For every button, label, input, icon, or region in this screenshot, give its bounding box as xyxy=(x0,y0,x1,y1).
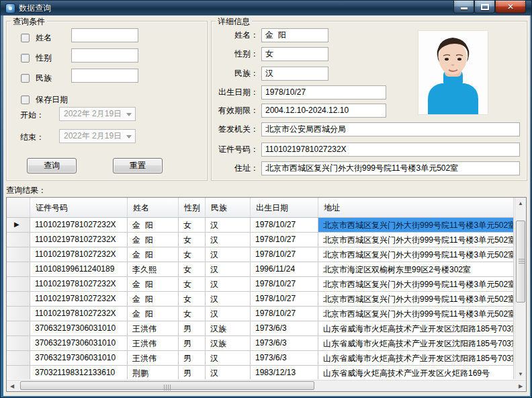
row-selector-cell[interactable] xyxy=(7,277,30,292)
table-cell[interactable]: 1978/10/27 xyxy=(251,218,318,233)
table-cell[interactable]: 王洪伟 xyxy=(128,321,179,336)
table-cell[interactable]: 北京市西城区复兴门外大街999号院11号楼3单元502室 xyxy=(318,307,514,321)
table-cell[interactable]: 1978/10/27 xyxy=(251,247,318,262)
table-cell[interactable]: 北京市西城区复兴门外大街999号院11号楼3单元502室 xyxy=(318,292,514,307)
column-header[interactable]: 性别 xyxy=(179,198,206,217)
table-cell[interactable]: 1973/6/3 xyxy=(251,351,318,366)
table-cell[interactable]: 山东省威海市火炬高技术产业开发区沈阳路185号703室 xyxy=(318,351,514,366)
table-cell[interactable]: 11010219781027232X xyxy=(30,218,128,233)
column-header[interactable]: 地址 xyxy=(318,198,514,217)
table-cell[interactable]: 男 xyxy=(179,366,206,379)
detail-field-value[interactable]: 北京市西城区复兴门外大街999号院11号楼3单元502室 xyxy=(261,161,520,175)
horizontal-scroll-thumb[interactable] xyxy=(20,381,314,390)
minimize-button[interactable] xyxy=(453,1,474,13)
column-header[interactable]: 民族 xyxy=(206,198,251,217)
table-cell[interactable]: 女 xyxy=(179,307,206,321)
table-cell[interactable]: 北京市西城区复兴门外大街999号院11号楼3单元502室 xyxy=(318,247,514,262)
table-cell[interactable]: 北京市海淀区双榆树东里99区2号楼302室 xyxy=(318,262,514,277)
table-cell[interactable]: 370321198312133610 xyxy=(30,366,128,379)
row-selector-cell[interactable] xyxy=(7,247,30,262)
scroll-down-icon[interactable]: ▼ xyxy=(515,368,526,379)
table-cell[interactable]: 北京市西城区复兴门外大街999号院11号楼3单元502室 xyxy=(318,218,514,233)
table-cell[interactable]: 1978/10/27 xyxy=(251,233,318,247)
query-button[interactable]: 查询 xyxy=(27,158,77,173)
table-cell[interactable]: 男 xyxy=(179,321,206,336)
filter-input[interactable] xyxy=(71,28,138,42)
scroll-right-icon[interactable]: ▶ xyxy=(515,381,526,391)
row-selector-cell[interactable] xyxy=(7,321,30,336)
table-cell[interactable]: 11010219781027232X xyxy=(30,292,128,307)
table-row[interactable]: 11010219781027232X金 阳女汉1978/10/27北京市西城区复… xyxy=(7,233,514,247)
table-cell[interactable]: 370632197306031010 xyxy=(30,351,128,366)
table-row[interactable]: 11010219781027232X金 阳女汉1978/10/27北京市西城区复… xyxy=(7,292,514,307)
detail-field-value[interactable]: 汉 xyxy=(261,67,328,81)
table-cell[interactable]: 1978/10/27 xyxy=(251,292,318,307)
detail-field-value[interactable]: 金 阳 xyxy=(261,28,328,42)
table-cell[interactable]: 女 xyxy=(179,277,206,292)
table-cell[interactable]: 王洪伟 xyxy=(128,351,179,366)
detail-field-value[interactable]: 女 xyxy=(261,47,328,61)
row-selector-cell[interactable] xyxy=(7,366,30,379)
table-cell[interactable]: 汉 xyxy=(206,366,251,379)
table-cell[interactable]: 汉 xyxy=(206,233,251,247)
table-cell[interactable]: 370632197306031010 xyxy=(30,321,128,336)
table-row[interactable]: 110108199611240189李久熙女汉1996/11/24北京市海淀区双… xyxy=(7,262,514,277)
detail-field-value[interactable]: 11010219781027232X xyxy=(261,143,520,157)
detail-field-value[interactable]: 2004.12.10-2024.12.10 xyxy=(261,104,386,118)
table-cell[interactable]: 1996/11/24 xyxy=(251,262,318,277)
table-cell[interactable]: 1978/10/27 xyxy=(251,277,318,292)
table-cell[interactable]: 男 xyxy=(179,336,206,351)
table-cell[interactable]: 汉 xyxy=(206,351,251,366)
table-cell[interactable]: 荆鹏 xyxy=(128,366,179,379)
table-cell[interactable]: 李久熙 xyxy=(128,262,179,277)
reset-button[interactable]: 重置 xyxy=(113,158,163,173)
column-header[interactable]: 出生日期 xyxy=(251,198,318,217)
table-cell[interactable]: 汉族 xyxy=(206,321,251,336)
table-cell[interactable]: 汉 xyxy=(206,292,251,307)
detail-field-value[interactable]: 1978/10/27 xyxy=(261,85,386,100)
table-cell[interactable]: 1973/6/3 xyxy=(251,336,318,351)
table-cell[interactable]: 北京市西城区复兴门外大街999号院11号楼3单元502室 xyxy=(318,277,514,292)
table-cell[interactable]: 汉 xyxy=(206,277,251,292)
close-button[interactable]: ✕ xyxy=(495,1,526,13)
row-selector-cell[interactable] xyxy=(7,292,30,307)
checkbox[interactable] xyxy=(21,74,30,83)
table-cell[interactable]: 女 xyxy=(179,218,206,233)
table-cell[interactable]: 山东省威海市火炬高技术产业开发区沈阳路185号703室 xyxy=(318,336,514,351)
table-cell[interactable]: 金 阳 xyxy=(128,233,179,247)
table-row[interactable]: 370632197306031010王洪伟男汉族1973/6/3山东省威海市火炬… xyxy=(7,336,514,351)
filter-input[interactable] xyxy=(71,48,138,63)
maximize-button[interactable] xyxy=(474,1,495,13)
table-row[interactable]: 370321198312133610荆鹏男汉1983/12/13山东省威海火炬高… xyxy=(7,366,514,379)
table-row[interactable]: 11010219781027232X金 阳女汉1978/10/27北京市西城区复… xyxy=(7,307,514,321)
end-date-picker[interactable]: 2022年 2月19日 xyxy=(59,129,136,143)
table-cell[interactable]: 金 阳 xyxy=(128,218,179,233)
table-row[interactable]: 370632197306031010王洪伟男汉族1973/6/3山东省威海市火炬… xyxy=(7,321,514,336)
row-selector-cell[interactable] xyxy=(7,307,30,321)
table-cell[interactable]: 110108199611240189 xyxy=(30,262,128,277)
table-cell[interactable]: 汉 xyxy=(206,218,251,233)
table-cell[interactable]: 男 xyxy=(179,351,206,366)
table-cell[interactable]: 1973/6/3 xyxy=(251,321,318,336)
table-cell[interactable]: 金 阳 xyxy=(128,307,179,321)
table-cell[interactable]: 1983/12/13 xyxy=(251,366,318,379)
row-selector-cell[interactable]: ▶ xyxy=(7,218,30,233)
table-cell[interactable]: 金 阳 xyxy=(128,277,179,292)
checkbox[interactable] xyxy=(21,95,30,104)
scroll-up-icon[interactable]: ▲ xyxy=(515,198,526,208)
table-cell[interactable]: 汉 xyxy=(206,262,251,277)
table-row[interactable]: 11010219781027232X金 阳女汉1978/10/27北京市西城区复… xyxy=(7,277,514,292)
column-header[interactable]: 姓名 xyxy=(128,198,179,217)
table-cell[interactable]: 女 xyxy=(179,262,206,277)
horizontal-scrollbar[interactable]: ◀ ▶ xyxy=(7,380,526,391)
table-cell[interactable]: 女 xyxy=(179,292,206,307)
row-selector-cell[interactable] xyxy=(7,262,30,277)
detail-field-value[interactable]: 北京市公安局西城分局 xyxy=(261,122,520,136)
table-cell[interactable]: 汉 xyxy=(206,247,251,262)
table-cell[interactable]: 汉族 xyxy=(206,336,251,351)
table-cell[interactable]: 11010219781027232X xyxy=(30,307,128,321)
table-cell[interactable]: 王洪伟 xyxy=(128,336,179,351)
column-header[interactable]: 证件号码 xyxy=(30,198,128,217)
filter-input[interactable] xyxy=(71,69,138,83)
table-cell[interactable]: 金 阳 xyxy=(128,247,179,262)
